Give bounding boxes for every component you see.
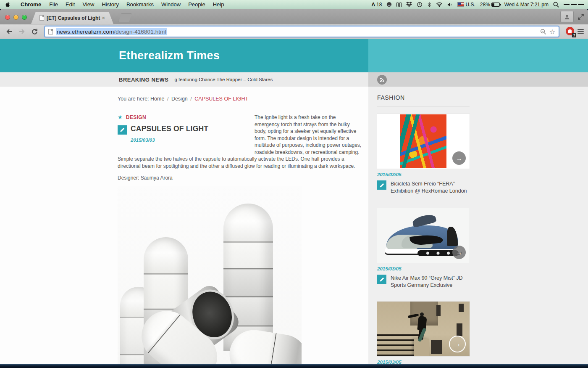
tab-close-icon[interactable]: × [101,15,106,21]
category-row: ★ DESIGN [118,114,255,121]
card-arrow-icon[interactable]: → [449,336,466,352]
browser-tab[interactable]: [ET] Capsules of Light × [31,12,113,24]
category-link[interactable]: DESIGN [126,114,146,121]
url-host: news.etherealizm.com [57,29,114,35]
sidebar-teal-band [368,39,588,72]
webpage-viewport: Etherealizm Times BREAKING NEWS g featur… [0,39,588,364]
article-hero-image[interactable] [118,186,302,365]
volume-icon[interactable] [447,2,453,7]
site-title[interactable]: Etherealizm Times [119,49,220,62]
sidebar-item-title-link[interactable]: Bicicleta Sem Freio “FERA” Exhibition @ … [391,180,474,195]
menu-window[interactable]: Window [158,1,184,8]
notification-center-icon[interactable] [564,3,584,6]
zoom-window-button[interactable] [22,15,27,20]
sidebar-divider [377,106,470,106]
tab-title: [ET] Capsules of Light [47,15,101,21]
category-star-icon: ★ [118,114,123,121]
article-date: 2015/03/03 [131,137,255,144]
adblock-extension-button[interactable]: 7 [566,27,575,36]
back-button[interactable] [4,26,14,37]
sidebar-body: FASHION → 2015/03/05 Bicicleta Sem Freio… [368,87,478,364]
url-text[interactable]: news.etherealizm.com/design-416801.html [56,28,167,35]
card-arrow-icon[interactable]: → [452,151,466,165]
breadcrumb-home-link[interactable]: Home [150,96,164,102]
tabstrip-right-controls [560,11,584,22]
url-path: /design-416801.html [114,29,166,35]
us-flag-icon [457,2,464,7]
rss-button[interactable] [377,75,387,85]
menu-edit[interactable]: Edit [62,1,79,8]
hand-glyph [568,29,572,33]
menu-help[interactable]: Help [209,1,228,8]
pill-left [396,2,399,7]
battery-status[interactable]: 28% [480,2,500,8]
close-window-button[interactable] [5,15,10,20]
time-machine-icon[interactable] [417,2,423,8]
reload-button[interactable] [29,26,39,37]
title-row: CAPSULES OF LIGHT [118,125,255,135]
zoom-page-icon[interactable] [540,29,546,35]
menubar-clock[interactable]: Wed 4 Mar 7:21 pm [504,2,549,8]
article-header: ★ DESIGN CAPSULES OF LIGHT 2015/03/03 [118,114,255,151]
sidebar-section-title: FASHION [377,87,478,101]
wifi-icon[interactable] [436,2,443,7]
sidebar-card-nike[interactable]: → [377,208,470,263]
browser-window: [ET] Capsules of Light × [0,9,588,364]
sidebar-item-caption: Nike Air Max 90 “Grey Mist” JD Sports Ge… [377,275,474,289]
breadcrumb-prefix: You are here: [118,96,149,102]
menu-people[interactable]: People [184,1,209,8]
chrome-menu-button[interactable] [578,28,584,35]
sidebar-card-fera[interactable]: → [377,114,470,169]
menu-bookmarks[interactable]: Bookmarks [123,1,158,8]
menu-file[interactable]: File [45,1,62,8]
dropbox-icon[interactable] [406,2,412,7]
extension-badge: 7 [572,33,576,37]
pencil-icon [377,275,386,284]
breaking-news-bar: BREAKING NEWS g featuring Chance The Rap… [0,72,368,87]
sidebar: FASHION → 2015/03/05 Bicicleta Sem Freio… [368,39,588,364]
browser-status-icon[interactable] [386,2,392,7]
app-status-icon[interactable]: Λ18 [371,1,382,8]
main-column: Etherealizm Times BREAKING NEWS g featur… [0,39,368,364]
spotlight-icon[interactable] [553,2,559,8]
breadcrumb-design-link[interactable]: Design [171,96,188,102]
article-title: CAPSULES OF LIGHT [131,125,208,132]
menu-view[interactable]: View [79,1,98,8]
site-masthead: Etherealizm Times [0,39,368,72]
pencil-icon [377,180,386,190]
sidebar-card-skate[interactable]: → [377,302,470,356]
profile-avatar-button[interactable] [560,11,574,22]
menu-history[interactable]: History [98,1,122,8]
battery-percent: 28% [480,2,490,8]
card-arrow-icon[interactable]: → [452,246,466,259]
minimize-window-button[interactable] [13,15,18,20]
article-content-area: You are here: Home / Design / CAPSULES O… [0,87,362,364]
address-bar[interactable]: news.etherealizm.com/design-416801.html … [45,26,559,37]
tab-favicon [39,15,44,21]
desktop-edge [0,364,588,368]
forward-button[interactable] [17,26,27,37]
window-controls [5,15,27,20]
pill-right [399,2,402,7]
breadcrumb: You are here: Home / Design / CAPSULES O… [118,87,362,102]
breadcrumb-divider [118,107,362,107]
sidebar-gray-band [368,72,588,87]
bluetooth-icon[interactable] [427,2,431,8]
menubar-menus: Chrome File Edit View History Bookmarks … [0,1,228,8]
input-source-label: U.S. [465,2,475,8]
fullscreen-icon[interactable] [578,14,584,20]
sidebar-item-date: 2015/03/05 [377,172,478,177]
sidebar-item-title-link[interactable]: Nike Air Max 90 “Grey Mist” JD Sports Ge… [391,275,474,289]
battery-icon [491,3,500,7]
input-source-flag[interactable]: U.S. [457,2,475,8]
menu-chrome[interactable]: Chrome [16,1,45,8]
designer-credit: Designer: Saumya Arora [118,169,362,182]
password-manager-icon[interactable] [396,2,402,7]
new-tab-button[interactable] [118,13,132,22]
breaking-news-ticker[interactable]: g featuring Chance The Rapper – Cold Sta… [174,77,273,82]
bookmark-star-icon[interactable]: ☆ [549,28,555,36]
apple-menu-icon[interactable] [5,1,10,8]
article: ★ DESIGN CAPSULES OF LIGHT 2015/03/03 [118,114,362,364]
page-icon[interactable] [48,29,53,34]
breadcrumb-separator: / [189,96,193,102]
